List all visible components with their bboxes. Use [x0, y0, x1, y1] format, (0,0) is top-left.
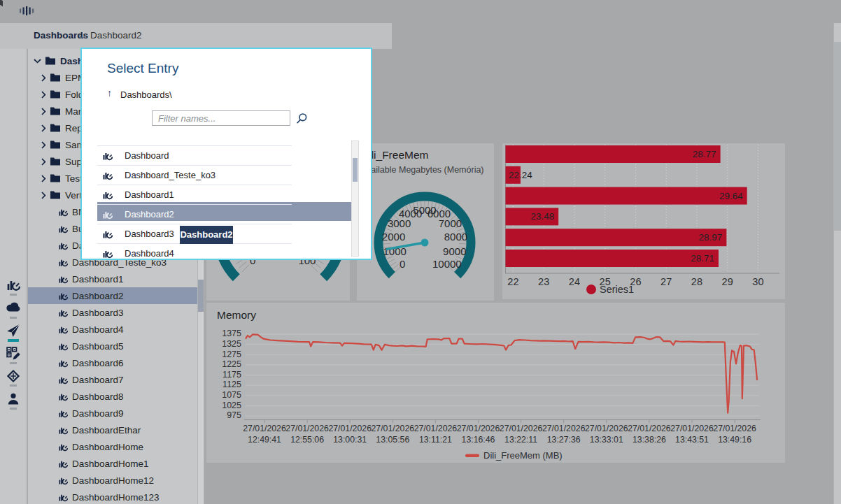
cloud-icon[interactable]	[6, 301, 21, 312]
dashboard-icon[interactable]	[7, 278, 20, 291]
tree-item-dashboard7[interactable]: Dashboard7	[28, 371, 197, 388]
svg-text:27/01/2026: 27/01/2026	[328, 424, 372, 433]
dialog-title: Select Entry	[107, 61, 178, 76]
arrow-up-icon[interactable]: ↑	[107, 87, 112, 99]
magnifier-icon[interactable]	[295, 113, 308, 125]
dashboard-entry-icon	[59, 442, 68, 452]
tree-item-dashboard1[interactable]: Dashboard1	[28, 271, 197, 287]
svg-text:27/01/2026: 27/01/2026	[585, 424, 628, 433]
entry-dashboard2[interactable]: Dashboard2	[97, 204, 292, 224]
tree-item-label: DashboardHome	[72, 442, 143, 452]
dialog-path[interactable]: Dashboards\	[120, 89, 172, 100]
dashboard-entry-icon	[59, 275, 68, 284]
qr-edit-icon[interactable]	[6, 347, 20, 361]
svg-text:Dili_FreeMem (MB): Dili_FreeMem (MB)	[483, 450, 563, 461]
svg-text:28.77: 28.77	[693, 149, 716, 159]
rail-item-cloud[interactable]	[0, 300, 27, 321]
dialog-scrollbar[interactable]	[351, 141, 359, 257]
svg-text:13:11:21: 13:11:21	[419, 435, 452, 445]
dashboard-entry-icon	[59, 342, 68, 351]
tree-item-label: DashboardHome1	[72, 459, 149, 469]
tree-item-dashboard2[interactable]: Dashboard2	[28, 287, 197, 304]
filter-input[interactable]	[152, 110, 290, 126]
tree-item-label: Sup	[65, 157, 82, 167]
chevron-right-icon[interactable]	[41, 192, 46, 199]
svg-text:27/01/2026: 27/01/2026	[670, 424, 714, 433]
rail-item-package-sync[interactable]	[0, 368, 27, 389]
folder-icon	[50, 157, 61, 166]
entry-dashboard[interactable]: Dashboard	[97, 145, 292, 165]
svg-text:1225: 1225	[222, 359, 241, 369]
folder-icon	[50, 123, 61, 132]
breadcrumb-current: Dashboard2	[90, 30, 142, 41]
chevron-right-icon[interactable]	[41, 74, 46, 82]
svg-text:22: 22	[507, 276, 518, 287]
chevron-right-icon[interactable]	[41, 108, 46, 115]
tree-item-dashboard3[interactable]: Dashboard3	[28, 304, 197, 321]
dashboard-entry-icon	[59, 325, 68, 334]
dashboard-entry-icon	[59, 308, 68, 317]
folder-icon	[50, 140, 61, 149]
bar-chart: 28.7722.2429.6423.4828.9728.712223242526…	[502, 143, 785, 299]
title-bar	[0, 0, 841, 23]
svg-text:13:38:26: 13:38:26	[632, 435, 666, 445]
rail-item-dashboard[interactable]	[0, 277, 27, 298]
dashboard-entry-icon	[59, 224, 68, 233]
tree-item-label: Dashboard9	[72, 408, 124, 419]
tree-item-label: Dashboard1	[72, 274, 124, 285]
tree-item-dashboardhome[interactable]: DashboardHome	[28, 438, 197, 455]
dashboard-entry-icon	[59, 493, 68, 502]
package-sync-icon[interactable]	[6, 369, 20, 383]
rail-underline	[10, 362, 17, 364]
tree-item-dashboard4[interactable]: Dashboard4	[28, 321, 197, 338]
tree-item-label: Dashboard4	[72, 324, 124, 335]
tree-item-label: Dashboard6	[72, 358, 124, 368]
svg-text:27/01/2026: 27/01/2026	[372, 424, 415, 433]
tree-scrollbar-thumb[interactable]	[198, 280, 204, 312]
tree-item-label: DashboardEthar	[72, 425, 141, 435]
tree-item-label: DashboardHome123	[72, 492, 160, 503]
entry-dashboard_teste_ko3[interactable]: Dashboard_Teste_ko3	[97, 165, 292, 185]
entry-dashboard4[interactable]: Dashboard4	[97, 243, 292, 263]
svg-text:29: 29	[722, 276, 733, 287]
gauge-card-dili-freemem: Dili_FreeMem Available Megabytes (Memóri…	[357, 143, 494, 301]
tree-item-dashboard8[interactable]: Dashboard8	[28, 388, 197, 405]
rail-item-user[interactable]	[0, 391, 27, 412]
user-icon[interactable]	[7, 392, 20, 405]
chevron-right-icon[interactable]	[41, 91, 46, 99]
chevron-down-icon[interactable]	[34, 59, 41, 64]
svg-text:12:55:06: 12:55:06	[290, 435, 324, 445]
chevron-right-icon[interactable]	[41, 158, 46, 166]
chevron-right-icon[interactable]	[41, 141, 46, 149]
svg-text:1025: 1025	[222, 401, 241, 410]
send-plane-icon[interactable]	[6, 324, 20, 338]
main-scrollbar-thumb[interactable]	[834, 42, 841, 231]
tree-item-dashboardethar[interactable]: DashboardEthar	[28, 422, 197, 438]
tree-item-dashboard5[interactable]: Dashboard5	[28, 338, 197, 354]
svg-text:13:05:56: 13:05:56	[376, 435, 409, 445]
svg-text:10000: 10000	[432, 258, 462, 270]
tree-item-dashboardhome1[interactable]: DashboardHome1	[28, 455, 197, 472]
main-scrollbar[interactable]	[833, 23, 841, 504]
rail-item-send-plane[interactable]	[0, 322, 27, 343]
tree-item-dashboard6[interactable]: Dashboard6	[28, 354, 197, 371]
svg-text:27/01/2026: 27/01/2026	[243, 424, 286, 433]
entry-dashboard1[interactable]: Dashboard1	[97, 185, 292, 204]
dashboard-entry-icon	[103, 249, 113, 259]
entry-label: Dashboard1	[125, 189, 174, 200]
tooltip: Dashboard2	[180, 226, 233, 244]
svg-text:23.48: 23.48	[530, 211, 554, 222]
tree-item-dashboard9[interactable]: Dashboard9	[28, 405, 197, 422]
svg-text:24: 24	[569, 276, 580, 287]
audio-waveform-icon[interactable]	[19, 6, 34, 16]
rail-underline	[10, 408, 17, 410]
chevron-down-icon[interactable]	[78, 35, 86, 40]
rail-item-qr-edit[interactable]	[0, 345, 27, 366]
dialog-scrollbar-thumb[interactable]	[353, 158, 358, 182]
svg-text:8000: 8000	[444, 231, 467, 243]
tree-item-dashboardhome123[interactable]: DashboardHome123	[28, 489, 197, 504]
chevron-right-icon[interactable]	[41, 124, 46, 132]
chevron-right-icon[interactable]	[41, 175, 46, 182]
tree-item-dashboardhome12[interactable]: DashboardHome12	[28, 472, 197, 489]
entry-label: Dashboard3	[125, 229, 174, 239]
